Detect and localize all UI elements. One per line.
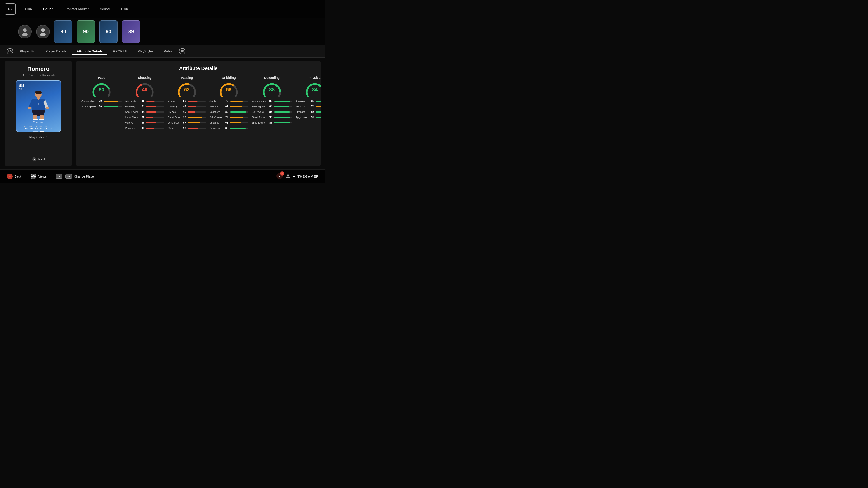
attr-value: 51 <box>140 105 145 108</box>
attr-name: Att. Position <box>125 100 138 102</box>
r-button-icon: ◀R▶ <box>31 173 36 180</box>
svg-point-5 <box>35 91 41 94</box>
attr-bar-fill <box>274 111 290 112</box>
next-button[interactable]: Next <box>32 157 45 162</box>
next-icon <box>32 157 37 162</box>
attr-row: Stamina 74 <box>296 105 321 108</box>
attr-row: Curve 57 <box>168 127 206 130</box>
attr-bar <box>230 117 248 118</box>
nav-transfer-market[interactable]: Transfer Market <box>63 6 91 12</box>
attr-bar <box>316 111 321 112</box>
logo-badge: U7 <box>4 3 16 15</box>
attr-row: Reactions 89 <box>209 110 248 113</box>
svg-text:62: 62 <box>184 87 189 92</box>
attr-rows-physical: Jumping 89 Stamina 74 Strength 86 Aggres… <box>296 99 321 119</box>
svg-text:49: 49 <box>142 87 147 92</box>
attr-bar <box>274 122 292 123</box>
tab-attribute-details[interactable]: Attribute Details <box>72 47 107 55</box>
nav-club-2[interactable]: Club <box>119 6 130 12</box>
card-stat-sho: SHO 49 <box>29 125 33 130</box>
attr-row: Penalties 43 <box>125 127 164 130</box>
attr-name: Penalties <box>125 127 138 129</box>
gauge-passing: 62 <box>177 81 197 96</box>
tab-player-details[interactable]: Player Details <box>41 47 71 55</box>
svg-point-1 <box>22 33 28 36</box>
right-panel: Attribute Details Pace 80 Acceleration 7… <box>76 61 321 166</box>
attr-bar-fill <box>230 101 243 102</box>
attr-bar-fill <box>146 111 156 112</box>
attr-bar-fill <box>274 106 289 107</box>
card-name-overlay: Romero <box>33 121 44 124</box>
nav-squad[interactable]: Squad <box>41 6 56 12</box>
user-icon <box>285 174 291 179</box>
attr-row: Heading Acc. 84 <box>252 105 292 108</box>
svg-rect-13 <box>39 119 44 120</box>
tab-profile[interactable]: PROFILE <box>108 47 132 55</box>
attr-row: Def. Aware 86 <box>252 110 292 113</box>
category-passing: Passing 62 Vision 53 Crossing 44 FK Acc.… <box>168 76 206 130</box>
attr-name: Reactions <box>209 110 222 113</box>
team-badge: T <box>40 131 44 132</box>
tab-bar: LB Player Bio Player Details Attribute D… <box>0 45 326 58</box>
attr-bar-fill <box>188 128 198 129</box>
nav-club-1[interactable]: Club <box>23 6 34 12</box>
attr-row: Long Shots 38 <box>125 116 164 119</box>
attr-value: 79 <box>181 116 186 119</box>
logo-brand: THEGAMER <box>298 174 319 178</box>
attr-name: Jumping <box>296 100 308 102</box>
attr-rows-shooting: Att. Position 46 Finishing 51 Shot Power… <box>125 99 164 130</box>
avatar-1 <box>18 25 32 38</box>
attr-value: 87 <box>268 121 272 124</box>
attr-bar-fill <box>188 111 195 112</box>
rb-indicator: RB <box>179 48 185 55</box>
tab-player-bio[interactable]: Player Bio <box>16 47 40 55</box>
attr-bar <box>188 117 206 118</box>
attr-categories: Pace 80 Acceleration 79 Sprint Speed 80 … <box>81 76 315 130</box>
mini-card-1[interactable]: 90 <box>54 20 72 43</box>
mini-card-4[interactable]: 89 <box>122 20 140 43</box>
tab-playstyles[interactable]: PlayStyles <box>133 47 158 55</box>
attr-name: Sprint Speed <box>81 105 96 108</box>
attr-bar <box>146 122 164 123</box>
svg-point-24 <box>287 174 289 177</box>
attr-row: Sprint Speed 80 <box>81 105 122 108</box>
category-title-shooting: Shooting <box>138 76 152 79</box>
gauge-pace: 80 <box>91 81 112 96</box>
attr-row: Slide Tackle 87 <box>252 121 292 124</box>
attr-name: Crossing <box>168 105 180 108</box>
attr-bar-fill <box>146 122 156 123</box>
svg-rect-6 <box>37 97 40 100</box>
svg-point-9 <box>46 107 49 109</box>
nav-squad-2[interactable]: Squad <box>98 6 112 12</box>
tab-roles[interactable]: Roles <box>159 47 177 55</box>
attr-value: 89 <box>309 99 314 103</box>
attr-bar <box>316 106 321 107</box>
card-stat-pac: PAC 80 <box>24 125 28 130</box>
gauge-shooting: 49 <box>134 81 155 96</box>
attr-value: 67 <box>223 105 228 108</box>
attr-row: Long Pass 67 <box>168 121 206 124</box>
views-button[interactable]: ◀R▶ Views <box>31 173 46 180</box>
category-pace: Pace 80 Acceleration 79 Sprint Speed 80 <box>81 76 122 130</box>
svg-point-8 <box>28 107 31 109</box>
attr-bar-fill <box>230 111 246 112</box>
attr-name: Finishing <box>125 105 138 108</box>
attr-row: Vision 53 <box>168 99 206 103</box>
attr-value: 40 <box>181 110 186 113</box>
change-player-button[interactable]: LT RT Change Player <box>56 174 95 179</box>
attr-bar <box>146 101 164 102</box>
attr-value: 43 <box>140 127 145 130</box>
back-button[interactable]: B Back <box>7 173 22 180</box>
mini-card-2[interactable]: 90 <box>77 20 95 43</box>
attr-value: 53 <box>181 99 186 103</box>
mini-card-3[interactable]: 90 <box>99 20 118 43</box>
svg-point-0 <box>23 29 27 32</box>
attr-row: Shot Power 54 <box>125 110 164 113</box>
attr-bar-fill <box>188 101 197 102</box>
main-content: Romero UEL Road to the Knockouts 88 CB <box>0 58 326 169</box>
lt-button-icon: LT <box>56 174 62 179</box>
attr-bar-fill <box>230 128 246 129</box>
card-stat-pas: PAS 62 <box>35 125 38 130</box>
attr-value: 86 <box>309 110 314 113</box>
attr-bar <box>188 106 206 107</box>
